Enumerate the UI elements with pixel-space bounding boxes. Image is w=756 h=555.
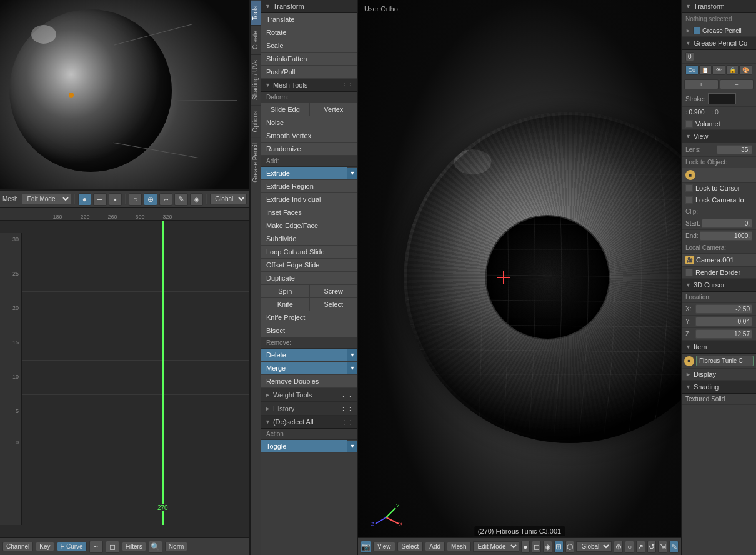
extrude-arrow-btn[interactable]: ▼ <box>347 168 357 179</box>
norm-btn[interactable]: Norm <box>165 542 187 551</box>
inset-faces-btn[interactable]: Inset Faces <box>261 206 357 219</box>
weight-tools-row[interactable]: ► Weight Tools ⋮⋮ <box>261 388 357 402</box>
volumet-checkbox[interactable] <box>685 120 693 128</box>
scale-btn[interactable]: Scale <box>261 39 357 52</box>
translate-btn[interactable]: Translate <box>261 13 357 26</box>
screw-btn[interactable]: Screw <box>310 285 358 298</box>
lock-camera-row[interactable]: Lock Camera to <box>682 194 756 206</box>
shading-header[interactable]: ▼ Shading <box>682 381 756 394</box>
face-select-btn[interactable]: ▪ <box>109 193 122 206</box>
channel-btn[interactable]: Channel <box>2 542 33 551</box>
auto-merge-btn[interactable]: ✎ <box>174 193 187 206</box>
pencil-tab-2[interactable]: 📋 <box>699 65 712 75</box>
spin-btn[interactable]: Spin <box>261 285 310 298</box>
display-header[interactable]: ► Display <box>682 369 756 381</box>
vt-tool4-icon[interactable]: ✎ <box>669 541 679 553</box>
smooth-vertex-btn[interactable]: Smooth Vertex <box>261 129 357 142</box>
local-camera-btn[interactable]: 🎥 Camera.001 <box>682 254 756 267</box>
toggle-arrow-btn[interactable]: ▼ <box>347 441 357 452</box>
delete-arrow-btn[interactable]: ▼ <box>347 349 357 361</box>
tab-grease-pencil[interactable]: Grease Pencil <box>251 138 261 188</box>
mesh-tools-section-header[interactable]: ▼ Mesh Tools ⋮⋮ <box>261 79 357 92</box>
randomize-btn[interactable]: Randomize <box>261 142 357 156</box>
history-row[interactable]: ► History ⋮⋮ <box>261 402 357 416</box>
transform-section-header[interactable]: ▼ Transform <box>261 0 357 13</box>
make-edge-face-btn[interactable]: Make Edge/Face <box>261 219 357 232</box>
y-value[interactable]: 0.04 <box>695 317 752 326</box>
z-value[interactable]: 12.57 <box>695 329 752 339</box>
vt-global-select[interactable]: Global <box>576 541 612 552</box>
vt-proportional-icon[interactable]: ○ <box>625 541 634 553</box>
slide-edg-btn[interactable]: Slide Edg <box>261 103 310 116</box>
rotate-btn[interactable]: Rotate <box>261 26 357 39</box>
remove-doubles-btn[interactable]: Remove Doubles <box>261 375 357 388</box>
item-name-field[interactable]: Fibrous Tunic C <box>696 356 754 366</box>
delete-btn[interactable]: Delete <box>261 349 347 361</box>
vertex-btn[interactable]: Vertex <box>310 103 358 116</box>
vt-overlay-icon[interactable]: ⊞ <box>554 541 564 553</box>
vt-tool1-icon[interactable]: ↗ <box>636 541 645 553</box>
deselect-all-header[interactable]: ▼ (De)select All ⋮⋮ <box>261 416 357 429</box>
vt-vertex-icon[interactable]: ● <box>521 541 530 553</box>
vt-add-btn[interactable]: Add <box>425 542 445 551</box>
render-border-checkbox[interactable] <box>685 269 693 276</box>
gp-co-header[interactable]: ▼ Grease Pencil Co <box>682 37 756 50</box>
tab-tools[interactable]: Tools <box>251 0 261 25</box>
co-tab[interactable]: Co <box>685 65 699 75</box>
merge-btn[interactable]: Merge <box>261 362 347 374</box>
f-curve-btn[interactable]: F-Curve <box>57 542 87 551</box>
clip-start-value[interactable]: 0. <box>702 219 752 228</box>
vt-view-btn[interactable]: View <box>373 542 395 551</box>
vt-tool3-icon[interactable]: ⇲ <box>658 541 667 553</box>
lock-cursor-checkbox[interactable] <box>685 184 693 192</box>
camera-btn[interactable]: ■ <box>682 168 756 182</box>
cursor-3d-header[interactable]: ▼ 3D Cursor <box>682 279 756 292</box>
search-icon[interactable]: 🔍 <box>149 541 162 553</box>
vt-snap-icon[interactable]: ⊕ <box>614 541 623 553</box>
vt-camera-icon[interactable]: 📷 <box>361 541 371 553</box>
extrude-region-btn[interactable]: Extrude Region <box>261 180 357 193</box>
add-gp-btn[interactable]: + <box>684 79 719 89</box>
filters-btn[interactable]: Filters <box>122 542 146 551</box>
extrude-individual-btn[interactable]: Extrude Individual <box>261 193 357 206</box>
edge-select-btn[interactable]: ─ <box>93 193 106 206</box>
rp-transform-header[interactable]: ▼ Transform <box>682 0 756 13</box>
view-icon[interactable]: ◻ <box>106 541 119 553</box>
clip-end-value[interactable]: 1000. <box>700 231 752 241</box>
tab-create[interactable]: Create <box>251 25 261 54</box>
select-btn[interactable]: Select <box>310 298 358 311</box>
item-header[interactable]: ▼ Item <box>682 341 756 354</box>
vt-rendered-icon[interactable]: ◈ <box>543 541 552 553</box>
knife-project-btn[interactable]: Knife Project <box>261 311 357 324</box>
push-pull-btn[interactable]: Push/Pull <box>261 66 357 79</box>
duplicate-btn[interactable]: Duplicate <box>261 272 357 285</box>
shrink-fatten-btn[interactable]: Shrink/Fatten <box>261 52 357 66</box>
proportional-edit-btn[interactable]: ○ <box>129 193 142 206</box>
snap-btn[interactable]: ⊕ <box>144 193 157 206</box>
vt-tool2-icon[interactable]: ↺ <box>647 541 657 553</box>
noise-btn[interactable]: Noise <box>261 116 357 129</box>
toggle-btn[interactable]: Toggle <box>261 440 347 452</box>
bisect-btn[interactable]: Bisect <box>261 324 357 338</box>
stroke-swatch[interactable] <box>708 93 736 104</box>
subdivide-btn[interactable]: Subdivide <box>261 232 357 246</box>
global-select[interactable]: Global <box>210 194 247 204</box>
remove-gp-btn[interactable]: – <box>720 79 754 89</box>
curve-icon[interactable]: ~ <box>89 541 103 553</box>
offset-edge-slide-btn[interactable]: Offset Edge Slide <box>261 259 357 272</box>
gp-checkbox[interactable] <box>693 27 700 34</box>
pencil-tab-4[interactable]: 🔒 <box>726 65 739 75</box>
volumet-row[interactable]: Volumet <box>682 118 756 130</box>
knife-btn[interactable]: Knife <box>261 298 310 311</box>
occlude-btn[interactable]: ◈ <box>190 193 203 206</box>
vertex-select-btn[interactable]: ● <box>78 193 91 206</box>
lens-value[interactable]: 35. <box>717 145 753 154</box>
edit-mode-select[interactable]: Edit Mode <box>22 194 71 204</box>
loop-cut-slide-btn[interactable]: Loop Cut and Slide <box>261 246 357 259</box>
extrude-btn[interactable]: Extrude <box>261 167 347 179</box>
tab-options[interactable]: Options <box>251 105 261 137</box>
render-border-row[interactable]: Render Border <box>682 267 756 279</box>
center-viewport[interactable]: User Ortho <box>358 0 681 555</box>
vt-edit-mode-select[interactable]: Edit Mode <box>473 541 519 552</box>
view-header[interactable]: ▼ View <box>682 130 756 143</box>
